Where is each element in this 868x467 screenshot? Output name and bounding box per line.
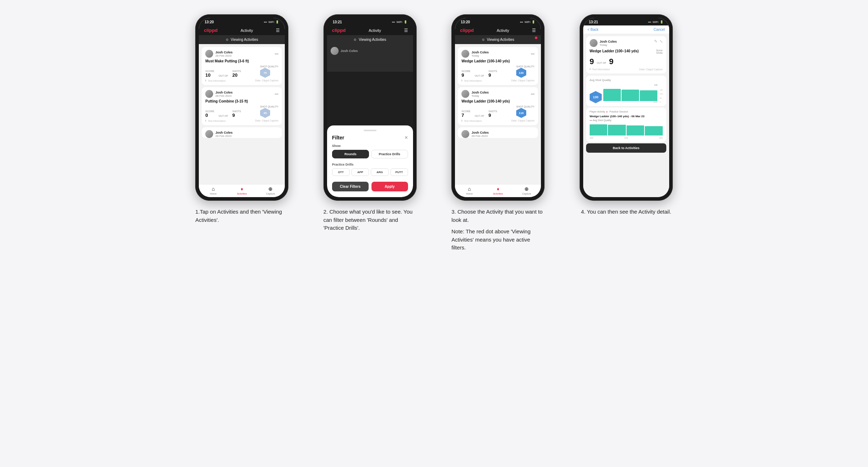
status-icons-2: ▪▪▪ WiFi 🔋 (392, 20, 407, 24)
avatar-2-bg (331, 47, 339, 55)
score-label-4: Score (656, 49, 662, 52)
caption-text-2: 2. Choose what you'd like to see. You ca… (323, 208, 417, 232)
user-name-3-1: Josh Coles (471, 51, 489, 54)
y-label-4-4: 0 (660, 101, 662, 103)
info-text-3-2: Test Information (464, 120, 482, 122)
red-dot-3 (535, 37, 537, 39)
caption-3: 3. Choose the Activity that you want to … (451, 208, 545, 252)
outof-1-1: OUT OF (219, 75, 228, 77)
status-time-1: 13:20 (205, 20, 214, 24)
phone-1-screen: 13:20 ▪▪▪ WiFi 🔋 clippd Activity ☰ (199, 18, 285, 197)
shots-label-3-2: Shots (488, 110, 497, 113)
caption-4: 4. You can then see the Activity detail. (581, 208, 671, 216)
info-icon-3-2: ℹ (461, 119, 462, 122)
out-of-4: OUT OF (597, 62, 606, 64)
nav-title-2: Activity (369, 28, 381, 33)
y-label-4-1: 140 (660, 89, 662, 91)
chart-card-4: Avg Shot Quality 130 (586, 76, 666, 106)
activity-card-1-2[interactable]: Josh Coles 28 Feb 2023 ••• Putting Combi… (202, 87, 282, 125)
card-title-1-2: Putting Combine (3-15 ft) (205, 99, 278, 103)
step-1-column: 13:20 ▪▪▪ WiFi 🔋 clippd Activity ☰ (183, 14, 301, 224)
clear-filters-btn[interactable]: Clear Filters (332, 182, 369, 191)
nav-activities-1[interactable]: ♦ Activities (227, 186, 256, 195)
user-date-3-2: Today (471, 94, 489, 97)
shots-val-3-2: 9 (488, 113, 497, 118)
rounds-btn[interactable]: Rounds (332, 150, 369, 158)
back-btn[interactable]: < Back (588, 28, 599, 32)
dots-menu-1-2[interactable]: ••• (275, 92, 279, 96)
activity-card-3-3[interactable]: Josh Coles 28 Feb 2023 (458, 127, 538, 138)
cancel-btn[interactable]: Cancel (654, 28, 665, 32)
step-4-column: 13:21 ▪▪▪ WiFi 🔋 < Back Cancel (567, 14, 685, 216)
step-2-column: 13:21 ▪▪▪ WiFi 🔋 clippd Activity ☰ (311, 14, 429, 232)
nav-activities-3[interactable]: ♦ Activities (484, 186, 512, 195)
session-title: Wedge Ladder (100–140 yds) - 06 Mar 23 (590, 115, 663, 118)
avatar-1-3 (205, 130, 213, 138)
filter-title: Filter (332, 135, 344, 140)
detail-user-card: Josh Coles Today ✎ ⤡ Wedge L (586, 36, 666, 73)
wifi-icon: WiFi (268, 20, 274, 24)
score-val-1-1: 10 (205, 72, 214, 78)
drill-ott[interactable]: OTT (332, 168, 350, 176)
drill-putt[interactable]: PUTT (390, 168, 408, 176)
outof-3-1: OUT OF (475, 75, 484, 77)
outof-3-2: OUT OF (475, 115, 484, 117)
capture-icon-1: ⊕ (268, 186, 273, 192)
nav-home-3[interactable]: ⌂ Home (455, 186, 484, 195)
practice-session-label: Practice Session (609, 110, 628, 113)
viewing-banner-3[interactable]: ⚙ Viewing Activities (455, 35, 541, 44)
dots-menu-1-1[interactable]: ••• (275, 52, 279, 56)
filter-toggle-row: Rounds Practice Drills (332, 150, 408, 158)
filter-close[interactable]: ✕ (404, 135, 408, 140)
status-bar-1: 13:20 ▪▪▪ WiFi 🔋 (199, 18, 285, 25)
activity-card-3-1[interactable]: Josh Coles Today ••• Wedge Ladder (100-1… (458, 47, 538, 85)
capture-label-3: Capture (522, 192, 531, 195)
chart-x-label-4: APP (653, 101, 657, 103)
activity-card-1-1[interactable]: Josh Coles 28 Feb 2023 ••• Must Make Put… (202, 47, 282, 85)
info-text-4: Test Information (592, 68, 610, 71)
card-title-3-1: Wedge Ladder (100-140 yds) (461, 59, 534, 63)
nav-capture-1[interactable]: ⊕ Capture (256, 186, 285, 195)
activity-card-3-2[interactable]: Josh Coles Today ••• Wedge Ladder (100-1… (458, 87, 538, 125)
apply-btn[interactable]: Apply (371, 182, 408, 191)
user-date-3-1: Today (471, 54, 489, 57)
activities-label-1: Activities (237, 192, 247, 195)
show-label: Show (332, 144, 408, 148)
score-label-3-2: Score (461, 110, 470, 113)
practice-drills-btn[interactable]: Practice Drills (371, 150, 408, 158)
dots-menu-3-1[interactable]: ••• (531, 52, 535, 56)
drill-app[interactable]: APP (351, 168, 369, 176)
dots-menu-3-2[interactable]: ••• (531, 92, 535, 96)
back-to-activities-btn[interactable]: Back to Activities (586, 143, 666, 153)
nav-title-3: Activity (497, 28, 509, 33)
nav-capture-3[interactable]: ⊕ Capture (512, 186, 541, 195)
detail-content: Josh Coles Today ✎ ⤡ Wedge L (583, 34, 669, 197)
chart-bar-4-3 (640, 90, 657, 101)
expand-icon-4[interactable]: ⤡ (660, 39, 663, 44)
score-val-1-2: 0 (205, 113, 214, 118)
user-name-1-2: Josh Coles (215, 91, 232, 94)
wifi-icon-4: WiFi (653, 20, 658, 24)
data-text-1-2: Data: Clippd Capture (255, 119, 278, 122)
viewing-banner-2[interactable]: ⚙ Viewing Activities (327, 35, 413, 44)
status-bar-4: 13:21 ▪▪▪ WiFi 🔋 (583, 18, 669, 25)
viewing-banner-1[interactable]: ⚙ Viewing Activities (199, 35, 285, 44)
chart-bar-label-1: 130 (654, 84, 657, 86)
nav-home-1[interactable]: ⌂ Home (199, 186, 227, 195)
capture-icon-3: ⊕ (524, 186, 529, 192)
edit-icon-4[interactable]: ✎ (654, 39, 657, 44)
signal-icon-4: ▪▪▪ (648, 20, 651, 24)
chart-bar-4-1 (603, 89, 621, 101)
phone-1-wrapper: 13:20 ▪▪▪ WiFi 🔋 clippd Activity ☰ (195, 14, 288, 201)
mini-label-1: 132 (590, 137, 593, 139)
nav-menu-3[interactable]: ☰ (532, 28, 536, 33)
nav-menu-1[interactable]: ☰ (276, 28, 280, 33)
activity-card-1-3[interactable]: Josh Coles 28 Feb 2023 (202, 127, 282, 138)
card-title-1-1: Must Make Putting (3-6 ft) (205, 59, 278, 63)
nav-menu-2[interactable]: ☰ (404, 28, 408, 33)
user-date-1-3: 28 Feb 2023 (215, 134, 232, 138)
drill-arg[interactable]: ARG (371, 168, 388, 176)
nav-bar-2: clippd Activity ☰ (327, 25, 413, 35)
data-text-1-1: Data: Clippd Capture (255, 79, 278, 82)
page-container: 13:20 ▪▪▪ WiFi 🔋 clippd Activity ☰ (183, 14, 685, 252)
